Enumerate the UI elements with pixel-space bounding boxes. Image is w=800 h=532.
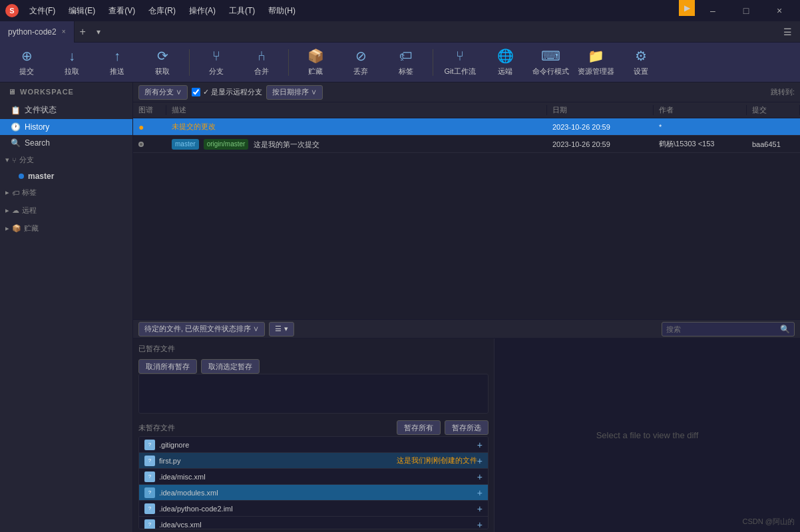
maximize-button[interactable]: □ — [731, 0, 761, 21]
cancel-selected-staged-button[interactable]: 取消选定暂存 — [201, 359, 260, 374]
show-remote-checkbox[interactable] — [192, 88, 200, 96]
branch-filter-button[interactable]: 所有分支 ∨ — [138, 85, 188, 100]
commit-button[interactable]: ⊕ 提交 — [5, 45, 48, 80]
file-icon-3: ? — [144, 487, 155, 498]
terminal-label: 命令行模式 — [532, 66, 569, 76]
branch-master[interactable]: master — [0, 169, 132, 184]
file-add-icon-5[interactable]: + — [477, 519, 483, 530]
tag-button[interactable]: 🏷 标签 — [385, 45, 427, 80]
menu-action[interactable]: 操作(A) — [184, 4, 221, 18]
file-item-gitignore[interactable]: ? .gitignore + — [139, 437, 488, 453]
file-item-misc-xml[interactable]: ? .idea/misc.xml + — [139, 469, 488, 485]
menu-bar[interactable]: 文件(F) 编辑(E) 查看(V) 仓库(R) 操作(A) 工具(T) 帮助(H… — [24, 4, 301, 18]
workspace-icon: 🖥 — [8, 88, 16, 96]
menu-view[interactable]: 查看(V) — [103, 4, 140, 18]
remote-button[interactable]: 🌐 远端 — [484, 45, 526, 80]
uncommitted-dot: ● — [138, 122, 144, 132]
unstaged-header: 未暂存文件 暂存所有 暂存所选 — [138, 419, 489, 436]
file-name-4: .idea/python-code2.iml — [159, 505, 477, 513]
fetch-label: 获取 — [155, 66, 170, 76]
date-cell-0: 2023-10-26 20:59 — [547, 123, 654, 131]
title-bar-controls: ▶ – □ × — [679, 0, 795, 21]
push-button[interactable]: ↑ 推送 — [96, 45, 138, 80]
close-button[interactable]: × — [764, 0, 795, 21]
menu-repo[interactable]: 仓库(R) — [143, 4, 181, 18]
toolbar-separator-1 — [189, 49, 190, 76]
more-tabs-button[interactable]: ▾ — [91, 27, 106, 37]
stash-section-icon: 📦 — [12, 224, 21, 233]
commit-dot-icon — [138, 142, 144, 147]
unstaged-section: 未暂存文件 暂存所有 暂存所选 ? .gitignore + — [133, 416, 494, 532]
file-filter-button[interactable]: 待定的文件, 已依照文件状态排序 ∨ — [138, 322, 265, 336]
date-sort-label: 按日期排序 ∨ — [272, 87, 317, 97]
workspace-label: 🖥 WORKSPACE — [0, 82, 132, 101]
file-add-icon-3[interactable]: + — [477, 487, 483, 498]
gitflow-button[interactable]: ⑂ Git工作流 — [439, 45, 481, 80]
menu-help[interactable]: 帮助(H) — [263, 4, 301, 18]
cloud-icon: ☁ — [12, 206, 19, 215]
cancel-all-staged-button[interactable]: 取消所有暂存 — [138, 359, 197, 374]
orange-indicator: ▶ — [679, 0, 695, 16]
bottom-content: 已暂存文件 取消所有暂存 取消选定暂存 未暂存文件 暂存所有 — [133, 338, 800, 532]
tab-python-code2[interactable]: python-code2 × — [0, 21, 75, 43]
list-view-button[interactable]: ☰ ▾ — [269, 322, 294, 336]
file-add-icon-0[interactable]: + — [477, 440, 483, 450]
file-search-box[interactable]: 🔍 — [662, 322, 795, 336]
tags-section[interactable]: ▸ 🏷 标签 — [0, 184, 132, 201]
file-filter-label: 待定的文件, 已依照文件状态排序 ∨ — [144, 324, 259, 334]
list-dropdown-icon: ▾ — [284, 325, 288, 333]
menu-tools[interactable]: 工具(T) — [224, 4, 260, 18]
merge-button[interactable]: ⑃ 合并 — [240, 45, 283, 80]
sidebar: 🖥 WORKSPACE 📋 文件状态 🕐 History 🔍 Search ▾ … — [0, 82, 133, 532]
search-magnifier-icon: 🔍 — [780, 325, 790, 334]
file-add-icon-2[interactable]: + — [477, 471, 483, 482]
hamburger-menu[interactable]: ☰ — [775, 27, 800, 37]
header-commit: 提交 — [747, 105, 800, 115]
menu-file[interactable]: 文件(F) — [24, 4, 61, 18]
settings-icon: ⚙ — [635, 48, 647, 64]
remote-section[interactable]: ▸ ☁ 远程 — [0, 201, 132, 219]
terminal-button[interactable]: ⌨ 命令行模式 — [529, 45, 572, 80]
graph-cell-1 — [133, 140, 166, 148]
branches-section[interactable]: ▾ ⑂ 分支 — [0, 151, 132, 169]
sidebar-item-history[interactable]: 🕐 History — [0, 119, 132, 135]
sidebar-item-file-status[interactable]: 📋 文件状态 — [0, 101, 132, 119]
explorer-button[interactable]: 📁 资源管理器 — [574, 45, 617, 80]
file-add-icon-4[interactable]: + — [477, 503, 483, 514]
tag-label: 标签 — [399, 66, 413, 76]
pull-icon: ↓ — [69, 49, 75, 64]
tab-close-button[interactable]: × — [62, 28, 66, 35]
file-add-icon-1[interactable]: + — [477, 456, 483, 466]
stage-all-button[interactable]: 暂存所有 — [397, 420, 441, 435]
sidebar-item-search[interactable]: 🔍 Search — [0, 135, 132, 151]
file-item-firstpy[interactable]: ? first.py 这是我们刚刚创建的文件 + — [139, 453, 488, 469]
title-bar: S 文件(F) 编辑(E) 查看(V) 仓库(R) 操作(A) 工具(T) 帮助… — [0, 0, 800, 21]
show-remote-label[interactable]: ✓ 是显示远程分支 — [192, 87, 262, 97]
branch-button[interactable]: ⑂ 分支 — [195, 45, 238, 80]
toolbar-separator-3 — [433, 49, 433, 76]
minimize-button[interactable]: – — [698, 0, 728, 21]
stash-button[interactable]: 📦 贮藏 — [294, 45, 337, 80]
file-item-iml[interactable]: ? .idea/python-code2.iml + — [139, 501, 488, 517]
file-name-0: .gitignore — [159, 441, 477, 449]
history-toolbar: 所有分支 ∨ ✓ 是显示远程分支 按日期排序 ∨ 跳转到: — [133, 82, 800, 102]
file-icon-2: ? — [144, 471, 155, 482]
diff-panel: Select a file to view the diff — [494, 338, 800, 532]
content-area: 所有分支 ∨ ✓ 是显示远程分支 按日期排序 ∨ 跳转到: 图谱 描述 日期 作… — [133, 82, 800, 532]
settings-button[interactable]: ⚙ 设置 — [620, 45, 662, 80]
file-search-input[interactable] — [666, 325, 777, 333]
menu-edit[interactable]: 编辑(E) — [63, 4, 100, 18]
stash-icon: 📦 — [307, 48, 324, 64]
stage-selected-button[interactable]: 暂存所选 — [445, 420, 489, 435]
stash-section[interactable]: ▸ 📦 贮藏 — [0, 219, 132, 237]
file-item-vcs-xml[interactable]: ? .idea/vcs.xml + — [139, 517, 488, 529]
date-sort-button[interactable]: 按日期排序 ∨ — [266, 85, 323, 100]
commit-row-0[interactable]: master origin/master 这是我的第一次提交 2023-10-2… — [133, 136, 800, 153]
file-item-modules-xml[interactable]: ? .idea/modules.xml + — [139, 485, 488, 501]
commit-row-uncommitted[interactable]: ● 未提交的更改 2023-10-26 20:59 * — [133, 118, 800, 136]
pull-button[interactable]: ↓ 拉取 — [51, 45, 93, 80]
discard-button[interactable]: ⊘ 丢弃 — [339, 45, 382, 80]
tag-section-icon: 🏷 — [12, 189, 19, 197]
new-tab-button[interactable]: + — [75, 26, 91, 38]
fetch-button[interactable]: ⟳ 获取 — [141, 45, 184, 80]
